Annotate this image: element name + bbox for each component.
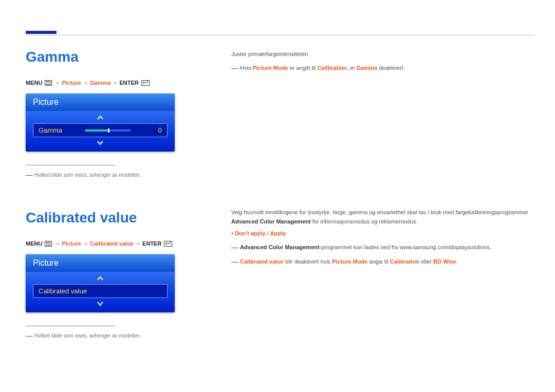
t: / <box>265 230 270 236</box>
t: -programmet kan lastes ned fra www.samsu… <box>320 244 491 250</box>
slider-knob <box>108 128 109 133</box>
t: BD Wise <box>433 258 456 265</box>
footnote-text: Hvilket bilde som vises, avhenger av mod… <box>34 333 141 339</box>
t: Calibration <box>317 65 346 71</box>
page-rule <box>26 35 534 35</box>
bc-arrow: → <box>81 80 90 86</box>
t: er angitt til <box>288 65 318 71</box>
osd-gamma-row[interactable]: Gamma 0 <box>33 123 168 137</box>
footnote-text: Hvilket bilde som vises, avhenger av mod… <box>34 172 141 178</box>
breadcrumb-cal: MENU → Picture → Calibrated value → ENTE… <box>26 240 211 247</box>
footnote-cal: ―Hvilket bilde som vises, avhenger av mo… <box>26 331 211 340</box>
t: Velg hvorvidt innstillingene for lysstyr… <box>231 209 528 215</box>
osd-cal-label: Calibrated value <box>39 287 162 295</box>
osd-body: Calibrated value <box>26 272 175 312</box>
cal-note2: ―Calibrated value blir deaktivert hvis P… <box>231 256 534 267</box>
osd-gamma: Picture Gamma 0 <box>26 94 175 152</box>
bc-calval: Calibrated value <box>90 240 134 247</box>
t: for informasjonsmodus og reklamemodus. <box>311 218 418 225</box>
t: Hvis <box>240 65 252 71</box>
footnote-gamma: ―Hvilket bilde som vises, avhenger av mo… <box>26 171 211 179</box>
t: Advanced Color Management <box>231 218 311 225</box>
opt-dont-apply: Don't apply <box>235 230 265 236</box>
slider-fill <box>85 129 108 132</box>
bc-picture: Picture <box>62 80 81 86</box>
slider-track <box>85 129 131 132</box>
osd-body: Gamma 0 <box>26 111 175 152</box>
t: Advanced Color Management <box>240 244 320 250</box>
bc-enter: ENTER <box>142 240 163 247</box>
left-column: Gamma MENU → Picture → Gamma → ENTER Pic… <box>26 49 211 340</box>
gamma-desc: Juster primærfargeintensiteten. <box>231 50 534 59</box>
t: deaktivert. <box>377 65 405 71</box>
t: Picture Mode <box>252 65 288 71</box>
bc-gamma: Gamma <box>90 80 110 86</box>
t: angis til <box>367 258 390 265</box>
gamma-note: ―Hvis Picture Mode er angitt til Calibra… <box>231 62 534 73</box>
osd-header: Picture <box>26 94 175 111</box>
right-col-cal: Velg hvorvidt innstillingene for lysstyr… <box>231 208 534 268</box>
osd-gamma-value: 0 <box>146 126 162 134</box>
breadcrumb-gamma: MENU → Picture → Gamma → ENTER <box>26 80 211 86</box>
page-accent <box>26 31 57 34</box>
cal-options: Don't apply / Apply <box>231 229 534 238</box>
bc-enter: ENTER <box>119 80 140 86</box>
bc-arrow: → <box>134 240 142 247</box>
bc-menu: MENU <box>26 80 44 86</box>
chevron-down-icon[interactable] <box>33 139 168 146</box>
chevron-up-icon[interactable] <box>33 114 168 121</box>
menu-icon <box>45 80 52 86</box>
divider <box>26 326 116 326</box>
section-title-cal: Calibrated value <box>26 210 211 226</box>
opt-apply: Apply <box>270 230 286 236</box>
section-title-gamma: Gamma <box>26 49 211 65</box>
right-col-gamma: Juster primærfargeintensiteten. ―Hvis Pi… <box>231 50 534 73</box>
chevron-down-icon[interactable] <box>33 300 168 307</box>
t: Calibrated value <box>240 258 284 265</box>
bc-menu: MENU <box>26 240 44 247</box>
bc-arrow: → <box>110 80 119 86</box>
bc-arrow: → <box>81 240 90 247</box>
t: blir deaktivert hvis <box>284 258 332 265</box>
bc-arrow: → <box>53 240 62 247</box>
menu-icon <box>45 241 52 247</box>
bc-arrow: → <box>53 80 62 86</box>
t: Calibration <box>390 258 419 265</box>
t: Gamma <box>357 65 377 71</box>
section-calibrated: Calibrated value MENU → Picture → Calibr… <box>26 210 211 340</box>
osd-cal-row[interactable]: Calibrated value <box>33 284 168 298</box>
t: Picture Mode <box>332 258 367 265</box>
t: , er <box>347 65 357 71</box>
osd-header: Picture <box>26 254 175 272</box>
enter-icon <box>164 241 172 247</box>
gamma-slider[interactable] <box>85 128 146 133</box>
chevron-up-icon[interactable] <box>33 275 168 282</box>
t: eller <box>419 258 433 265</box>
osd-gamma-label: Gamma <box>39 126 85 134</box>
t: . <box>456 258 458 265</box>
bc-picture: Picture <box>62 240 81 247</box>
osd-cal: Picture Calibrated value <box>26 254 175 312</box>
divider <box>26 165 116 165</box>
cal-note1: ―Advanced Color Management-programmet ka… <box>231 241 534 253</box>
cal-desc: Velg hvorvidt innstillingene for lysstyr… <box>231 208 534 226</box>
enter-icon <box>141 80 150 86</box>
